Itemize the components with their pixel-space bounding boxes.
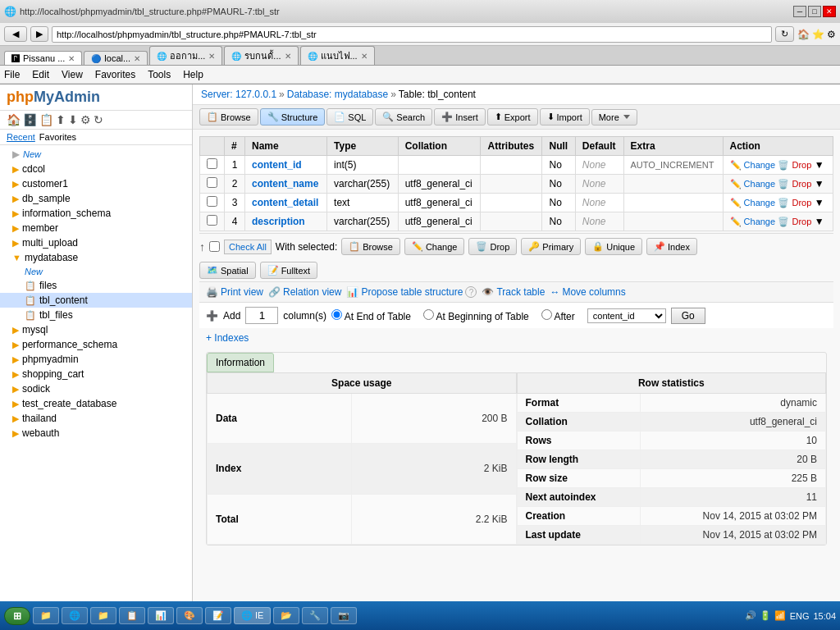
- tree-item-mysql[interactable]: ▶ mysql: [0, 322, 192, 337]
- tree-item-phpmyadmin[interactable]: ▶ phpmyadmin: [0, 352, 192, 367]
- breadcrumb-database[interactable]: Database: mydatabase: [287, 89, 388, 100]
- tree-item-files[interactable]: 📋 files: [0, 278, 192, 293]
- refresh-button[interactable]: ↻: [775, 26, 794, 42]
- maximize-button[interactable]: □: [808, 6, 821, 17]
- tree-item-multi-upload[interactable]: ▶ multi_upload: [0, 235, 192, 250]
- structure-button[interactable]: 🔧 Structure: [260, 108, 326, 126]
- tree-item-customer1[interactable]: ▶ customer1: [0, 176, 192, 191]
- tree-item-information-schema[interactable]: ▶ information_schema: [0, 206, 192, 221]
- print-view-link[interactable]: 🖨️ Print view: [206, 286, 263, 298]
- pma-sync-icon[interactable]: ↻: [94, 113, 103, 126]
- tab-close-0[interactable]: ✕: [68, 54, 75, 63]
- browse-button[interactable]: 📋 Browse: [199, 108, 258, 126]
- row-checkbox-3[interactable]: [207, 215, 217, 226]
- close-button[interactable]: ✕: [823, 6, 836, 17]
- menu-help[interactable]: Help: [183, 69, 203, 80]
- propose-table-link[interactable]: 📊 Propose table structure ?: [346, 286, 477, 298]
- tree-item-webauth[interactable]: ▶ webauth: [0, 426, 192, 441]
- taskbar-item-0[interactable]: 📁: [33, 607, 59, 614]
- go-button[interactable]: Go: [671, 308, 705, 324]
- track-table-link[interactable]: 👁️ Track table: [482, 286, 545, 298]
- row-more-icon-3[interactable]: ▼: [815, 216, 824, 227]
- home-icon[interactable]: 🏠: [797, 29, 810, 40]
- row-change-btn-3[interactable]: ✏️ Change: [730, 217, 776, 227]
- address-bar[interactable]: [52, 26, 772, 43]
- taskbar-item-8[interactable]: 📂: [273, 607, 299, 614]
- tab-3[interactable]: 🌐 รบกนดั้... ✕: [224, 46, 298, 65]
- check-all-checkbox[interactable]: [209, 241, 220, 252]
- footer-drop-btn[interactable]: 🗑️ Drop: [468, 238, 517, 255]
- menu-favorites[interactable]: Favorites: [95, 69, 135, 80]
- row-checkbox-1[interactable]: [207, 177, 217, 188]
- row-more-icon-1[interactable]: ▼: [815, 178, 824, 189]
- tree-item-cdcol[interactable]: ▶ cdcol: [0, 162, 192, 176]
- add-column-input[interactable]: [245, 307, 278, 324]
- pma-export-icon[interactable]: ⬆: [56, 113, 66, 126]
- tab-close-4[interactable]: ✕: [361, 52, 368, 61]
- after-label[interactable]: After: [541, 309, 575, 322]
- after-column-select[interactable]: content_id content_name content_detail d…: [587, 308, 666, 323]
- fulltext-btn[interactable]: 📝 Fulltext: [260, 262, 317, 279]
- row-drop-btn-3[interactable]: 🗑️ Drop: [778, 217, 811, 227]
- menu-edit[interactable]: Edit: [32, 69, 49, 80]
- tree-item-db-sample[interactable]: ▶ db_sample: [0, 191, 192, 206]
- footer-index-btn[interactable]: 📌 Index: [646, 238, 697, 255]
- minimize-button[interactable]: ─: [793, 6, 806, 17]
- row-change-btn-0[interactable]: ✏️ Change: [730, 160, 776, 171]
- tab-2[interactable]: 🌐 ออกาม... ✕: [149, 46, 222, 65]
- indexes-link[interactable]: + Indexes: [206, 332, 249, 344]
- after-radio[interactable]: [541, 309, 552, 320]
- back-button[interactable]: ◀: [4, 26, 27, 42]
- insert-button[interactable]: ➕ Insert: [434, 108, 486, 126]
- taskbar-item-2[interactable]: 📁: [90, 607, 116, 614]
- move-columns-link[interactable]: ↔️ Move columns: [550, 286, 625, 298]
- tab-close-3[interactable]: ✕: [285, 52, 291, 61]
- export-button[interactable]: ⬆ Export: [487, 108, 538, 126]
- forward-button[interactable]: ▶: [30, 26, 48, 42]
- row-checkbox-0[interactable]: [207, 158, 217, 169]
- footer-primary-btn[interactable]: 🔑 Primary: [521, 238, 581, 255]
- pma-import-icon[interactable]: ⬇: [68, 113, 78, 126]
- at-beginning-label[interactable]: At Beginning of Table: [423, 309, 529, 322]
- row-more-icon-2[interactable]: ▼: [815, 197, 824, 208]
- taskbar-item-5[interactable]: 🎨: [176, 607, 203, 614]
- tree-item-member[interactable]: ▶ member: [0, 221, 192, 235]
- taskbar-item-10[interactable]: 📷: [331, 607, 357, 614]
- taskbar-item-9[interactable]: 🔧: [302, 607, 328, 614]
- pma-home-icon[interactable]: 🏠: [7, 113, 21, 126]
- at-end-radio[interactable]: [331, 309, 342, 320]
- breadcrumb-server[interactable]: Server: 127.0.0.1: [201, 89, 276, 100]
- taskbar-item-1[interactable]: 🌐: [62, 607, 88, 614]
- tab-close-1[interactable]: ✕: [134, 54, 140, 63]
- pma-db-icon[interactable]: 🗄️: [23, 113, 37, 126]
- spatial-btn[interactable]: 🗺️ Spatial: [199, 262, 256, 279]
- tree-item-tbl-content[interactable]: 📋 tbl_content: [0, 293, 192, 308]
- tree-item-new-top[interactable]: ▶ New: [0, 147, 192, 162]
- tab-4[interactable]: 🌐 แนบไฟ... ✕: [300, 46, 375, 65]
- relation-view-link[interactable]: 🔗 Relation view: [268, 286, 341, 298]
- taskbar-item-3[interactable]: 📋: [119, 607, 145, 614]
- menu-file[interactable]: File: [4, 69, 20, 80]
- at-beginning-radio[interactable]: [423, 309, 434, 320]
- at-end-label[interactable]: At End of Table: [331, 309, 411, 322]
- check-all-button[interactable]: Check All: [224, 240, 272, 254]
- sort-icon[interactable]: ↑: [199, 240, 205, 253]
- search-button[interactable]: 🔍 Search: [375, 108, 432, 126]
- row-change-btn-2[interactable]: ✏️ Change: [730, 198, 776, 208]
- tree-item-test-create[interactable]: ▶ test_create_database: [0, 396, 192, 411]
- settings-nav-icon[interactable]: ⚙: [827, 29, 836, 40]
- taskbar-item-4[interactable]: 📊: [148, 607, 174, 614]
- pma-sql-icon[interactable]: 📋: [39, 113, 53, 126]
- row-checkbox-2[interactable]: [207, 196, 217, 207]
- footer-change-btn[interactable]: ✏️ Change: [404, 238, 465, 255]
- row-more-icon-0[interactable]: ▼: [815, 159, 824, 171]
- menu-tools[interactable]: Tools: [148, 69, 171, 80]
- tab-close-2[interactable]: ✕: [208, 52, 215, 61]
- menu-view[interactable]: View: [62, 69, 83, 80]
- tree-item-mydatabase[interactable]: ▼ mydatabase: [0, 250, 192, 265]
- tree-item-performance-schema[interactable]: ▶ performance_schema: [0, 337, 192, 352]
- sql-button[interactable]: 📄 SQL: [326, 108, 373, 126]
- import-button[interactable]: ⬇ Import: [540, 108, 590, 126]
- taskbar-item-browser[interactable]: 🌐 IE: [234, 607, 271, 614]
- star-icon[interactable]: ⭐: [812, 29, 824, 40]
